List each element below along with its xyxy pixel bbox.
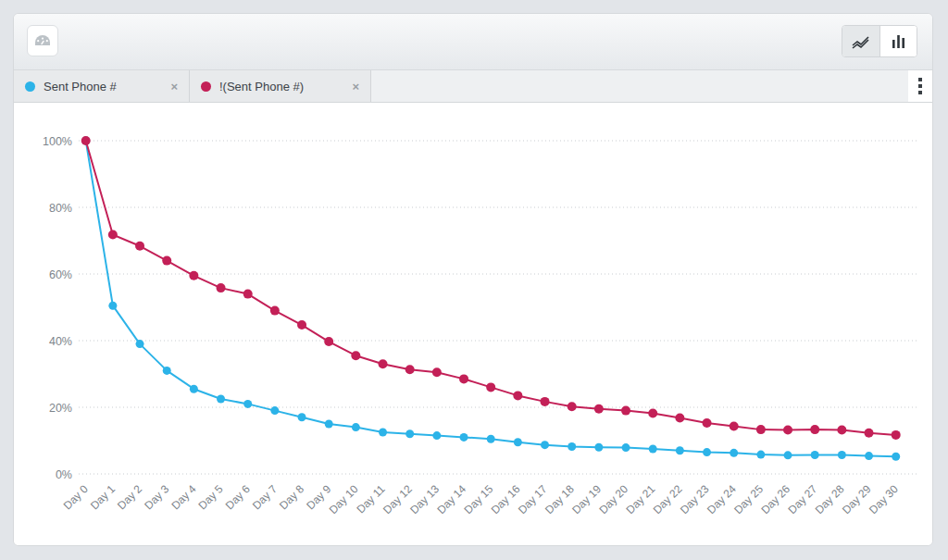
data-point[interactable] <box>460 433 468 442</box>
data-point[interactable] <box>405 365 415 374</box>
data-point[interactable] <box>81 136 91 145</box>
x-axis-tick-label: Day 8 <box>277 482 306 512</box>
toolbar <box>14 14 932 69</box>
data-point[interactable] <box>432 431 441 440</box>
data-point[interactable] <box>568 442 576 451</box>
gauge-button[interactable] <box>27 25 58 56</box>
data-point[interactable] <box>432 367 442 377</box>
data-point[interactable] <box>703 418 712 428</box>
data-point[interactable] <box>730 422 739 431</box>
y-axis-tick-label: 100% <box>43 135 72 148</box>
data-point[interactable] <box>379 359 388 368</box>
data-point[interactable] <box>163 367 171 375</box>
data-point[interactable] <box>325 420 333 429</box>
data-point[interactable] <box>405 429 414 438</box>
data-point[interactable] <box>108 302 117 310</box>
x-axis-tick-label: Day 23 <box>678 482 712 516</box>
data-point[interactable] <box>892 453 900 461</box>
x-axis-tick-label: Day 5 <box>196 482 226 512</box>
data-point[interactable] <box>541 441 549 449</box>
tab-not-sent-phone[interactable]: !(Sent Phone #) × <box>190 70 371 102</box>
data-point[interactable] <box>136 340 144 348</box>
data-point[interactable] <box>270 406 279 415</box>
data-point[interactable] <box>297 320 306 330</box>
y-axis-tick-label: 60% <box>49 268 72 281</box>
data-point[interactable] <box>486 382 495 392</box>
x-axis-tick-label: Day 18 <box>543 482 577 516</box>
data-point[interactable] <box>568 402 577 411</box>
data-point[interactable] <box>838 451 846 459</box>
data-point[interactable] <box>811 451 819 459</box>
y-axis-tick-label: 80% <box>49 202 72 215</box>
y-axis-tick-label: 0% <box>56 468 72 481</box>
data-point[interactable] <box>514 438 522 446</box>
close-icon[interactable]: × <box>352 81 359 93</box>
data-point[interactable] <box>379 429 387 437</box>
chart-panel: 0%20%40%60%80%100%Day 0Day 1Day 2Day 3Da… <box>14 103 932 545</box>
data-point[interactable] <box>675 414 684 423</box>
data-point[interactable] <box>487 435 495 443</box>
x-axis-tick-label: Day 25 <box>731 482 766 516</box>
data-point[interactable] <box>243 400 252 408</box>
data-point[interactable] <box>352 423 360 431</box>
data-point[interactable] <box>217 395 225 404</box>
data-point[interactable] <box>541 397 550 406</box>
data-point[interactable] <box>270 306 280 316</box>
data-point[interactable] <box>783 425 792 434</box>
chart-type-toggle <box>842 25 917 57</box>
data-point[interactable] <box>459 374 468 383</box>
line-chart-toggle-button[interactable] <box>842 26 879 56</box>
data-point[interactable] <box>865 429 874 438</box>
data-point[interactable] <box>190 385 198 393</box>
data-point[interactable] <box>324 337 333 346</box>
tab-label: !(Sent Phone #) <box>219 80 343 93</box>
x-axis-tick-label: Day 4 <box>168 482 198 512</box>
y-axis-tick-label: 40% <box>49 335 72 348</box>
data-point[interactable] <box>162 256 171 266</box>
series-line <box>86 141 896 456</box>
data-point[interactable] <box>189 271 198 280</box>
data-point[interactable] <box>703 448 711 456</box>
data-point[interactable] <box>892 430 901 440</box>
data-point[interactable] <box>594 404 604 414</box>
data-point[interactable] <box>135 242 144 251</box>
data-point[interactable] <box>621 406 630 416</box>
kebab-vertical-icon <box>918 78 922 94</box>
data-point[interactable] <box>351 351 360 360</box>
data-point[interactable] <box>594 443 603 452</box>
data-point[interactable] <box>217 283 226 292</box>
data-point[interactable] <box>865 452 873 460</box>
data-point[interactable] <box>622 443 630 452</box>
x-axis-tick-label: Day 2 <box>115 482 144 512</box>
data-point[interactable] <box>837 425 846 434</box>
x-axis-tick-label: Day 0 <box>61 482 91 512</box>
data-point[interactable] <box>298 413 306 421</box>
x-axis-tick-label: Day 3 <box>142 482 171 512</box>
tabs-empty-track <box>371 70 908 102</box>
x-axis-tick-label: Day 13 <box>407 482 442 516</box>
x-axis-tick-label: Day 14 <box>434 482 468 516</box>
retention-chart[interactable]: 0%20%40%60%80%100%Day 0Day 1Day 2Day 3Da… <box>14 103 933 545</box>
data-point[interactable] <box>243 290 253 299</box>
data-point[interactable] <box>756 451 765 459</box>
data-point[interactable] <box>108 230 118 240</box>
more-options-button[interactable] <box>908 70 932 102</box>
data-point[interactable] <box>810 425 819 434</box>
x-axis-tick-label: Day 21 <box>624 482 658 516</box>
x-axis-tick-label: Day 7 <box>250 482 280 512</box>
tab-sent-phone[interactable]: Sent Phone # × <box>14 70 190 102</box>
close-icon[interactable]: × <box>170 81 178 93</box>
y-axis-tick-label: 20% <box>49 402 72 415</box>
data-point[interactable] <box>513 391 522 400</box>
bar-chart-toggle-button[interactable] <box>879 26 917 56</box>
tab-label: Sent Phone # <box>44 80 161 93</box>
data-point[interactable] <box>730 449 738 457</box>
data-point[interactable] <box>648 408 657 417</box>
data-point[interactable] <box>649 445 657 454</box>
x-axis-tick-label: Day 11 <box>354 482 387 516</box>
data-point[interactable] <box>784 451 792 459</box>
line-chart-icon <box>851 34 871 49</box>
data-point[interactable] <box>756 425 766 434</box>
data-point[interactable] <box>676 446 684 454</box>
x-axis-tick-label: Day 16 <box>489 482 523 516</box>
